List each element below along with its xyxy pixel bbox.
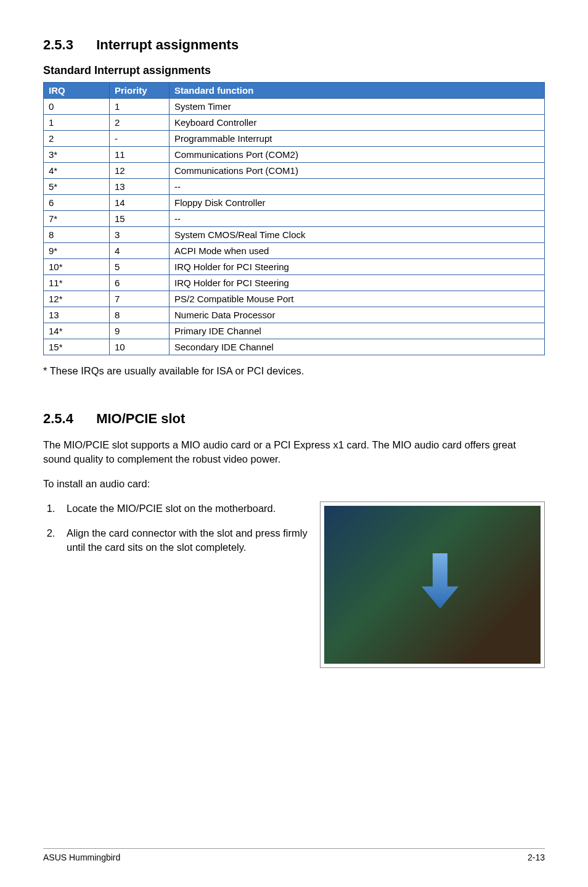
table-row: 138Numeric Data Processor [44,307,545,323]
table-row: 3*11Communications Port (COM2) [44,147,545,163]
section-heading-253: 2.5.3 Interrupt assignments [43,37,545,53]
list-item: Align the card connector with the slot a… [58,526,308,554]
table-row: 4*12Communications Port (COM1) [44,163,545,179]
section-number: 2.5.4 [43,411,92,427]
install-steps: Locate the MIO/PCIE slot on the motherbo… [43,501,308,554]
table-row: 15*10Secondary IDE Channel [44,339,545,355]
table-row: 01System Timer [44,99,545,115]
table-row: 2-Programmable Interrupt [44,131,545,147]
list-item: Locate the MIO/PCIE slot on the motherbo… [58,501,308,515]
motherboard-illustration [324,506,541,664]
irq-table: IRQ Priority Standard function 01System … [43,82,545,355]
table-footnote: * These IRQs are usually available for I… [43,364,545,377]
table-row: 10*5IRQ Holder for PCI Steering [44,259,545,275]
th-func: Standard function [169,83,545,99]
mio-intro: The MIO/PCIE slot supports a MIO audio c… [43,438,545,466]
page-footer: ASUS Hummingbird 2-13 [43,848,545,862]
table-row: 14*9Primary IDE Channel [44,323,545,339]
table-row: 12*7PS/2 Compatible Mouse Port [44,291,545,307]
table-row: 12Keyboard Controller [44,115,545,131]
table-row: 9*4ACPI Mode when used [44,243,545,259]
table-row: 7*15-- [44,211,545,227]
footer-right: 2-13 [528,852,545,862]
section-number: 2.5.3 [43,37,92,53]
motherboard-image [320,501,545,668]
table-row: 11*6IRQ Holder for PCI Steering [44,275,545,291]
th-priority: Priority [110,83,169,99]
section-heading-254: 2.5.4 MIO/PCIE slot [43,411,545,427]
section-title: MIO/PCIE slot [96,411,185,426]
table-caption: Standard Interrupt assignments [43,64,545,77]
table-row: 5*13-- [44,179,545,195]
th-irq: IRQ [44,83,110,99]
section-title: Interrupt assignments [96,37,239,52]
table-row: 83System CMOS/Real Time Clock [44,227,545,243]
install-lead: To install an audio card: [43,477,545,490]
footer-left: ASUS Hummingbird [43,852,120,862]
table-row: 614Floppy Disk Controller [44,195,545,211]
